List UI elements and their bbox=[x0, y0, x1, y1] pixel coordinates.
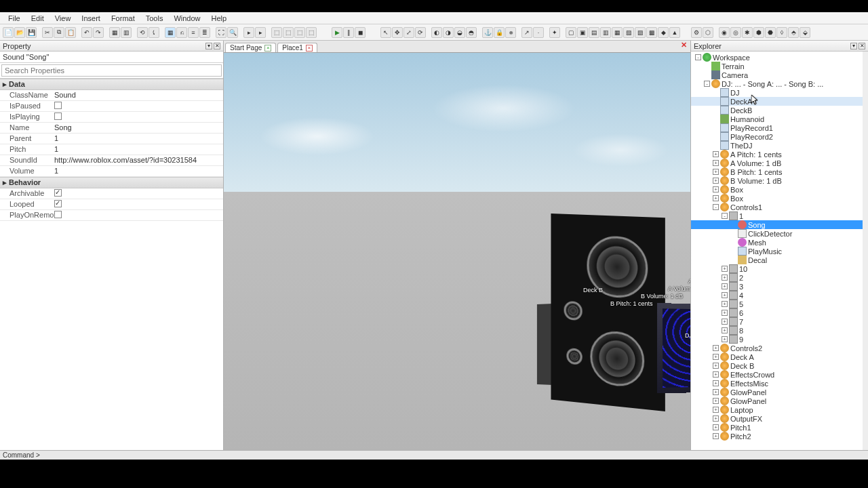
save-icon[interactable]: 💾 bbox=[26, 27, 37, 38]
copy-icon[interactable]: ⧉ bbox=[54, 27, 64, 38]
tree-node[interactable]: ClickDetector bbox=[691, 229, 868, 238]
tree-node[interactable]: +A Pitch: 1 cents bbox=[691, 150, 868, 159]
cut-icon[interactable]: ✂ bbox=[42, 27, 53, 38]
menu-file[interactable]: File bbox=[3, 13, 26, 24]
t4-icon[interactable]: ⬚ bbox=[306, 27, 317, 38]
rotate-icon[interactable]: ⟲ bbox=[137, 27, 148, 38]
prop-value[interactable]: Sound bbox=[52, 90, 223, 100]
tree-node[interactable]: Terrain bbox=[691, 62, 868, 70]
tab-close-icon[interactable]: × bbox=[264, 45, 271, 52]
prop-value[interactable] bbox=[52, 112, 223, 122]
tree-node[interactable]: -DJ: ... - Song A: ... - Song B: ... bbox=[691, 79, 868, 88]
y5-icon[interactable]: ⬣ bbox=[765, 27, 776, 38]
zoom-icon[interactable]: 🔍 bbox=[227, 27, 238, 38]
t1-icon[interactable]: ⬚ bbox=[271, 27, 282, 38]
tree-node[interactable]: +10 bbox=[691, 264, 868, 273]
prop-value[interactable] bbox=[52, 199, 223, 209]
tree-node[interactable]: -Workspace bbox=[691, 53, 868, 62]
tree-node[interactable]: DJ bbox=[691, 88, 868, 97]
expand-icon[interactable]: + bbox=[713, 195, 719, 201]
expand-icon[interactable]: + bbox=[713, 389, 719, 395]
lock-icon[interactable]: 🔒 bbox=[494, 27, 505, 38]
tree-node[interactable]: +B Pitch: 1 cents bbox=[691, 167, 868, 176]
tree-node[interactable]: +Deck A bbox=[691, 352, 868, 361]
menu-insert[interactable]: Insert bbox=[76, 13, 106, 24]
expand-icon[interactable]: + bbox=[713, 345, 719, 351]
s5-icon[interactable]: ▦ bbox=[612, 27, 623, 38]
expand-icon[interactable]: + bbox=[722, 292, 728, 298]
expand-icon[interactable]: + bbox=[722, 336, 728, 342]
pause-icon[interactable]: ‖ bbox=[343, 27, 354, 38]
tree-node[interactable]: PlayRecord2 bbox=[691, 132, 868, 141]
expand-icon[interactable]: + bbox=[713, 186, 719, 192]
s1-icon[interactable]: ▢ bbox=[566, 27, 576, 38]
tree-node[interactable]: +2 bbox=[691, 273, 868, 282]
tree-node[interactable]: +EffectsMisc bbox=[691, 379, 868, 388]
test2-icon[interactable]: ▸ bbox=[255, 27, 266, 38]
tab-start-page[interactable]: Start Page× bbox=[225, 43, 276, 52]
w1-icon[interactable]: ↗ bbox=[521, 27, 532, 38]
new-icon[interactable]: 📄 bbox=[3, 27, 14, 38]
open-icon[interactable]: 📂 bbox=[14, 27, 25, 38]
explorer-tree[interactable]: -WorkspaceTerrainCamera-DJ: ... - Song A… bbox=[691, 52, 868, 450]
menu-view[interactable]: View bbox=[50, 13, 77, 24]
y7-icon[interactable]: ⬘ bbox=[788, 27, 799, 38]
w2-icon[interactable]: · bbox=[533, 27, 544, 38]
expand-icon[interactable]: + bbox=[713, 398, 719, 404]
rot-icon[interactable]: ⟳ bbox=[415, 27, 426, 38]
expand-icon[interactable]: + bbox=[713, 371, 719, 378]
prop-value[interactable]: 1 bbox=[52, 144, 223, 155]
pin-icon[interactable]: ▾ bbox=[850, 43, 857, 49]
s10-icon[interactable]: ▲ bbox=[669, 27, 680, 38]
y4-icon[interactable]: ⬢ bbox=[753, 27, 764, 38]
expand-icon[interactable]: + bbox=[722, 310, 728, 316]
expand-icon[interactable]: - bbox=[722, 213, 728, 219]
menu-format[interactable]: Format bbox=[106, 13, 140, 24]
search-properties-input[interactable] bbox=[1, 64, 222, 77]
tree-node[interactable]: +9 bbox=[691, 335, 868, 344]
zoomext-icon[interactable]: ⛶ bbox=[216, 27, 226, 38]
prop-value[interactable] bbox=[52, 188, 223, 199]
expand-icon[interactable]: + bbox=[722, 266, 728, 272]
play-icon[interactable]: ▶ bbox=[332, 27, 342, 38]
t3-icon[interactable]: ⬚ bbox=[294, 27, 305, 38]
tree-node[interactable]: +EffectsCrowd bbox=[691, 370, 868, 379]
tree-node[interactable]: -Controls1 bbox=[691, 203, 868, 211]
scrollbar[interactable] bbox=[863, 52, 868, 450]
s7-icon[interactable]: ▨ bbox=[635, 27, 646, 38]
menu-window[interactable]: Window bbox=[168, 13, 205, 24]
pin-icon[interactable]: ▾ bbox=[205, 43, 212, 49]
tree-node[interactable]: -1 bbox=[691, 211, 868, 220]
tree-node[interactable]: +A Volume: 1 dB bbox=[691, 159, 868, 167]
m3-icon[interactable]: ◒ bbox=[454, 27, 465, 38]
anchor-icon[interactable]: ⚓ bbox=[482, 27, 493, 38]
prop-value[interactable]: Song bbox=[52, 123, 223, 133]
menu-tools[interactable]: Tools bbox=[140, 13, 169, 24]
x1-icon[interactable]: ⚙ bbox=[691, 27, 702, 38]
expand-icon[interactable]: + bbox=[713, 363, 719, 369]
tree-node[interactable]: +7 bbox=[691, 317, 868, 326]
tree-node[interactable]: +GlowPanel bbox=[691, 388, 868, 396]
prop-value[interactable] bbox=[52, 210, 223, 220]
tree-node[interactable]: +Laptop bbox=[691, 405, 868, 414]
move-icon[interactable]: ✥ bbox=[392, 27, 403, 38]
tree-node[interactable]: DeckA bbox=[691, 97, 868, 106]
expand-icon[interactable]: + bbox=[722, 283, 728, 289]
undo-icon[interactable]: ↶ bbox=[81, 27, 92, 38]
tree-node[interactable]: DeckB bbox=[691, 106, 868, 115]
expand-icon[interactable]: + bbox=[713, 169, 719, 175]
select-icon[interactable]: ↖ bbox=[380, 27, 391, 38]
s4-icon[interactable]: ▥ bbox=[600, 27, 611, 38]
command-bar[interactable]: Command > bbox=[0, 450, 868, 460]
tree-node[interactable]: PlayRecord1 bbox=[691, 123, 868, 132]
tree-node[interactable]: +Deck B bbox=[691, 361, 868, 370]
prop-value[interactable]: 1 bbox=[52, 134, 223, 144]
tree-node[interactable]: +Controls2 bbox=[691, 344, 868, 352]
prop-value[interactable]: http://www.roblox.com/asset/?id=30231584 bbox=[52, 155, 223, 165]
prop-value[interactable]: 1 bbox=[52, 166, 223, 176]
y3-icon[interactable]: ✱ bbox=[742, 27, 753, 38]
viewport-close-icon[interactable]: ✕ bbox=[681, 41, 689, 49]
stop-icon[interactable]: ◼ bbox=[355, 27, 366, 38]
y8-icon[interactable]: ⬙ bbox=[800, 27, 810, 38]
tree-node[interactable]: +6 bbox=[691, 308, 868, 317]
